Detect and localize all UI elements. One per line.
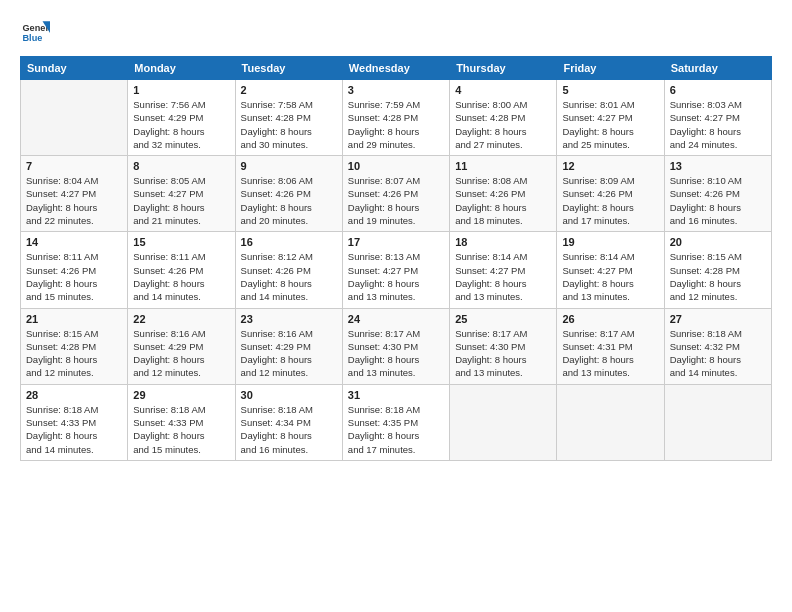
calendar-cell: 3Sunrise: 7:59 AMSunset: 4:28 PMDaylight…	[342, 80, 449, 156]
weekday-header-sunday: Sunday	[21, 57, 128, 80]
day-number: 24	[348, 313, 444, 325]
day-number: 23	[241, 313, 337, 325]
day-number: 17	[348, 236, 444, 248]
day-number: 3	[348, 84, 444, 96]
week-row-2: 14Sunrise: 8:11 AMSunset: 4:26 PMDayligh…	[21, 232, 772, 308]
day-number: 15	[133, 236, 229, 248]
calendar-cell: 10Sunrise: 8:07 AMSunset: 4:26 PMDayligh…	[342, 156, 449, 232]
day-info: Sunrise: 8:15 AMSunset: 4:28 PMDaylight:…	[670, 250, 766, 303]
calendar-cell: 27Sunrise: 8:18 AMSunset: 4:32 PMDayligh…	[664, 308, 771, 384]
day-info: Sunrise: 8:17 AMSunset: 4:30 PMDaylight:…	[455, 327, 551, 380]
day-number: 29	[133, 389, 229, 401]
calendar-cell: 13Sunrise: 8:10 AMSunset: 4:26 PMDayligh…	[664, 156, 771, 232]
day-number: 22	[133, 313, 229, 325]
calendar-cell: 23Sunrise: 8:16 AMSunset: 4:29 PMDayligh…	[235, 308, 342, 384]
day-info: Sunrise: 8:09 AMSunset: 4:26 PMDaylight:…	[562, 174, 658, 227]
day-info: Sunrise: 8:10 AMSunset: 4:26 PMDaylight:…	[670, 174, 766, 227]
day-number: 4	[455, 84, 551, 96]
day-number: 1	[133, 84, 229, 96]
calendar: SundayMondayTuesdayWednesdayThursdayFrid…	[20, 56, 772, 461]
calendar-cell: 26Sunrise: 8:17 AMSunset: 4:31 PMDayligh…	[557, 308, 664, 384]
svg-text:Blue: Blue	[23, 33, 43, 43]
day-info: Sunrise: 8:15 AMSunset: 4:28 PMDaylight:…	[26, 327, 122, 380]
day-info: Sunrise: 8:18 AMSunset: 4:33 PMDaylight:…	[26, 403, 122, 456]
day-number: 8	[133, 160, 229, 172]
calendar-cell: 15Sunrise: 8:11 AMSunset: 4:26 PMDayligh…	[128, 232, 235, 308]
calendar-cell: 9Sunrise: 8:06 AMSunset: 4:26 PMDaylight…	[235, 156, 342, 232]
day-number: 9	[241, 160, 337, 172]
day-info: Sunrise: 8:14 AMSunset: 4:27 PMDaylight:…	[562, 250, 658, 303]
day-number: 5	[562, 84, 658, 96]
day-info: Sunrise: 8:16 AMSunset: 4:29 PMDaylight:…	[133, 327, 229, 380]
day-info: Sunrise: 8:18 AMSunset: 4:35 PMDaylight:…	[348, 403, 444, 456]
calendar-cell: 21Sunrise: 8:15 AMSunset: 4:28 PMDayligh…	[21, 308, 128, 384]
day-info: Sunrise: 8:08 AMSunset: 4:26 PMDaylight:…	[455, 174, 551, 227]
calendar-cell: 11Sunrise: 8:08 AMSunset: 4:26 PMDayligh…	[450, 156, 557, 232]
weekday-header-friday: Friday	[557, 57, 664, 80]
weekday-header-monday: Monday	[128, 57, 235, 80]
day-info: Sunrise: 8:03 AMSunset: 4:27 PMDaylight:…	[670, 98, 766, 151]
day-info: Sunrise: 8:05 AMSunset: 4:27 PMDaylight:…	[133, 174, 229, 227]
day-info: Sunrise: 8:14 AMSunset: 4:27 PMDaylight:…	[455, 250, 551, 303]
day-number: 7	[26, 160, 122, 172]
day-number: 31	[348, 389, 444, 401]
logo-icon: General Blue	[20, 18, 50, 48]
day-number: 12	[562, 160, 658, 172]
day-number: 11	[455, 160, 551, 172]
day-number: 18	[455, 236, 551, 248]
calendar-cell	[450, 384, 557, 460]
day-number: 21	[26, 313, 122, 325]
day-number: 19	[562, 236, 658, 248]
calendar-cell: 8Sunrise: 8:05 AMSunset: 4:27 PMDaylight…	[128, 156, 235, 232]
day-info: Sunrise: 8:18 AMSunset: 4:33 PMDaylight:…	[133, 403, 229, 456]
calendar-cell: 2Sunrise: 7:58 AMSunset: 4:28 PMDaylight…	[235, 80, 342, 156]
calendar-cell: 18Sunrise: 8:14 AMSunset: 4:27 PMDayligh…	[450, 232, 557, 308]
calendar-cell: 28Sunrise: 8:18 AMSunset: 4:33 PMDayligh…	[21, 384, 128, 460]
day-number: 26	[562, 313, 658, 325]
week-row-0: 1Sunrise: 7:56 AMSunset: 4:29 PMDaylight…	[21, 80, 772, 156]
day-info: Sunrise: 7:56 AMSunset: 4:29 PMDaylight:…	[133, 98, 229, 151]
day-number: 13	[670, 160, 766, 172]
week-row-1: 7Sunrise: 8:04 AMSunset: 4:27 PMDaylight…	[21, 156, 772, 232]
day-number: 30	[241, 389, 337, 401]
day-info: Sunrise: 8:18 AMSunset: 4:34 PMDaylight:…	[241, 403, 337, 456]
logo: General Blue	[20, 18, 50, 48]
day-info: Sunrise: 8:17 AMSunset: 4:30 PMDaylight:…	[348, 327, 444, 380]
page: General Blue SundayMondayTuesdayWednesda…	[0, 0, 792, 612]
day-number: 6	[670, 84, 766, 96]
calendar-cell: 16Sunrise: 8:12 AMSunset: 4:26 PMDayligh…	[235, 232, 342, 308]
day-info: Sunrise: 8:12 AMSunset: 4:26 PMDaylight:…	[241, 250, 337, 303]
calendar-cell: 14Sunrise: 8:11 AMSunset: 4:26 PMDayligh…	[21, 232, 128, 308]
weekday-header-thursday: Thursday	[450, 57, 557, 80]
calendar-cell: 31Sunrise: 8:18 AMSunset: 4:35 PMDayligh…	[342, 384, 449, 460]
calendar-cell: 4Sunrise: 8:00 AMSunset: 4:28 PMDaylight…	[450, 80, 557, 156]
day-number: 14	[26, 236, 122, 248]
calendar-cell: 7Sunrise: 8:04 AMSunset: 4:27 PMDaylight…	[21, 156, 128, 232]
day-number: 10	[348, 160, 444, 172]
day-info: Sunrise: 8:00 AMSunset: 4:28 PMDaylight:…	[455, 98, 551, 151]
day-number: 25	[455, 313, 551, 325]
calendar-cell: 20Sunrise: 8:15 AMSunset: 4:28 PMDayligh…	[664, 232, 771, 308]
day-info: Sunrise: 8:06 AMSunset: 4:26 PMDaylight:…	[241, 174, 337, 227]
day-info: Sunrise: 8:11 AMSunset: 4:26 PMDaylight:…	[26, 250, 122, 303]
day-info: Sunrise: 8:16 AMSunset: 4:29 PMDaylight:…	[241, 327, 337, 380]
header: General Blue	[20, 18, 772, 48]
calendar-cell	[664, 384, 771, 460]
calendar-cell: 6Sunrise: 8:03 AMSunset: 4:27 PMDaylight…	[664, 80, 771, 156]
calendar-cell	[21, 80, 128, 156]
day-info: Sunrise: 8:18 AMSunset: 4:32 PMDaylight:…	[670, 327, 766, 380]
day-number: 16	[241, 236, 337, 248]
day-number: 27	[670, 313, 766, 325]
day-info: Sunrise: 7:58 AMSunset: 4:28 PMDaylight:…	[241, 98, 337, 151]
calendar-cell: 22Sunrise: 8:16 AMSunset: 4:29 PMDayligh…	[128, 308, 235, 384]
day-number: 28	[26, 389, 122, 401]
day-info: Sunrise: 8:17 AMSunset: 4:31 PMDaylight:…	[562, 327, 658, 380]
day-number: 20	[670, 236, 766, 248]
calendar-cell: 30Sunrise: 8:18 AMSunset: 4:34 PMDayligh…	[235, 384, 342, 460]
weekday-header-saturday: Saturday	[664, 57, 771, 80]
calendar-cell	[557, 384, 664, 460]
calendar-cell: 1Sunrise: 7:56 AMSunset: 4:29 PMDaylight…	[128, 80, 235, 156]
calendar-cell: 5Sunrise: 8:01 AMSunset: 4:27 PMDaylight…	[557, 80, 664, 156]
weekday-header-tuesday: Tuesday	[235, 57, 342, 80]
day-number: 2	[241, 84, 337, 96]
